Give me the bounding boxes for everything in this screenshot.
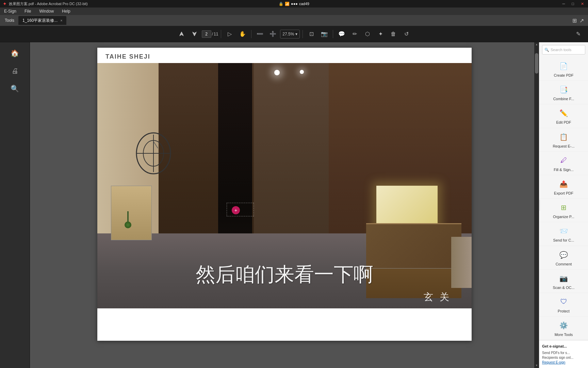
marquee-zoom-button[interactable]: ⊡ — [306, 28, 317, 40]
home-icon: 🏠 — [11, 49, 19, 57]
comment-icon: 💬 — [558, 249, 569, 260]
create-pdf-label: Create PDF — [554, 73, 573, 78]
create-pdf-icon: 📄 — [558, 61, 569, 72]
vertical-scrollbar[interactable]: ▲ ▼ — [534, 42, 539, 368]
cell-signal: ●●● — [291, 2, 298, 6]
combine-files-item[interactable]: 📑 Combine F... — [539, 81, 588, 104]
create-pdf-item[interactable]: 📄 Create PDF — [539, 57, 588, 81]
reset-button[interactable]: ↺ — [401, 28, 412, 40]
prev-page-button[interactable]: ⮝ — [176, 28, 187, 40]
select-tool-button[interactable]: ▷ — [224, 28, 235, 40]
tab-tools[interactable]: Tools — [1, 16, 18, 25]
search-button[interactable]: 🔍 — [5, 80, 24, 97]
esign-promo-body: Send PDFs for s... Recipients sign onl..… — [542, 351, 585, 360]
scroll-down-arrow[interactable]: ▼ — [535, 364, 538, 367]
titlebar-center: 🔒 📶 ●●● cad49 — [279, 2, 309, 6]
protect-icon: 🛡 — [558, 296, 569, 307]
minimize-button[interactable]: ─ — [561, 2, 567, 6]
comment-label: Comment — [556, 262, 572, 266]
separator-2 — [251, 30, 251, 38]
sticky-note-button[interactable]: 💬 — [336, 28, 347, 40]
separator-3 — [303, 30, 303, 38]
organize-pages-item[interactable]: ⊞ Organize P... — [539, 199, 588, 222]
toolbar: ⮝ ⮟ / 11 ▷ ✋ ➖ ➕ 27.5% ▾ ⊡ 📷 💬 ✏ ⬡ ✦ 🗑 ↺… — [0, 26, 588, 42]
pdf-brand: TAIHE SHEJI — [97, 48, 472, 63]
scan-ocr-item[interactable]: 📷 Scan & OC... — [539, 270, 588, 293]
right-sidebar-header: 🔍 Search tools — [539, 42, 588, 57]
send-for-comments-item[interactable]: 📨 Send for C... — [539, 222, 588, 246]
export-pdf-icon: 📤 — [558, 179, 569, 189]
draw-button[interactable]: ✏ — [349, 28, 360, 40]
left-sidebar: 🏠 🖨 🔍 — [0, 42, 30, 368]
esign-promo-panel: Get e-signat... Send PDFs for s... Recip… — [539, 340, 588, 368]
home-button[interactable]: 🏠 — [5, 45, 24, 61]
send-label: Send for C... — [553, 238, 574, 243]
collapse-sidebar-button[interactable]: ‹ — [539, 200, 540, 211]
search-placeholder: Search tools — [551, 48, 571, 52]
close-button[interactable]: ✕ — [579, 2, 585, 6]
combine-icon: 📑 — [558, 84, 569, 95]
stamp-button[interactable]: ✦ — [375, 28, 386, 40]
scroll-thumb[interactable] — [535, 53, 538, 74]
edit-pdf-icon: ✏️ — [558, 108, 569, 119]
request-esign-label: Request E-... — [553, 144, 574, 149]
more-tools-icon: ⚙️ — [558, 320, 569, 331]
hand-tool-button[interactable]: ✋ — [237, 28, 248, 40]
delete-button[interactable]: 🗑 — [388, 28, 399, 40]
edit-pdf-item[interactable]: ✏️ Edit PDF — [539, 104, 588, 128]
right-sidebar: ‹ 🔍 Search tools 📄 Create PDF 📑 Combine … — [539, 42, 588, 368]
menubar: E-Sign File Window Help — [0, 7, 588, 15]
snapshot-button[interactable]: 📷 — [318, 28, 330, 40]
room-label: 玄 关 — [424, 291, 451, 304]
organize-icon: ⊞ — [558, 202, 569, 213]
page-navigation: / 11 — [202, 30, 218, 38]
tab-filename: 1_160平家居装修... — [22, 18, 58, 24]
page-input[interactable] — [202, 30, 211, 38]
export-pdf-item[interactable]: 📤 Export PDF — [539, 175, 588, 199]
esign-promo-title: Get e-signat... — [542, 344, 585, 349]
print-button[interactable]: 🖨 — [5, 63, 24, 79]
scene-light-1 — [274, 70, 280, 75]
fill-sign-item[interactable]: 🖊 Fill & Sign... — [539, 152, 588, 175]
clock-svg — [135, 131, 172, 175]
window-grid-icon[interactable]: ⊞ — [572, 17, 577, 24]
request-esign-item[interactable]: 📋 Request E-... — [539, 128, 588, 152]
tab-close-button[interactable]: × — [60, 19, 62, 22]
draw-mode-button[interactable]: ✎ — [572, 28, 584, 40]
menu-file[interactable]: File — [23, 8, 32, 14]
comment-item[interactable]: 💬 Comment — [539, 246, 588, 270]
window-title: 效果图方案.pdf - Adobe Acrobat Pro DC (32-bit… — [9, 1, 88, 6]
export-pdf-label: Export PDF — [554, 191, 573, 196]
menu-help[interactable]: Help — [61, 8, 72, 14]
toolbar-right: ✎ — [572, 28, 584, 40]
titlebar-left: ✦ 效果图方案.pdf - Adobe Acrobat Pro DC (32-b… — [3, 1, 88, 6]
scan-icon: 📷 — [558, 273, 569, 284]
scene-wall-art — [135, 131, 172, 175]
main-area: 🏠 🖨 🔍 ▲ ▼ TAIHE SHEJI — [0, 42, 588, 368]
polygon-button[interactable]: ⬡ — [362, 28, 373, 40]
request-esign-promo-button[interactable]: Request E-sign — [542, 360, 585, 365]
signal-icon: 📶 — [285, 2, 290, 6]
separator-1 — [221, 30, 221, 38]
more-tools-item[interactable]: ⚙️ More Tools — [539, 317, 588, 340]
separator-4 — [333, 30, 333, 38]
magnify-icon: 🔍 — [11, 85, 19, 93]
scene-light-2 — [300, 70, 304, 74]
maximize-button[interactable]: □ — [570, 2, 575, 6]
active-tab[interactable]: 1_160平家居装修... × — [18, 16, 66, 25]
search-tools-input[interactable]: 🔍 Search tools — [542, 45, 585, 55]
app-icon: ✦ — [3, 1, 7, 6]
zoom-selector[interactable]: 27.5% ▾ — [280, 30, 300, 39]
zoom-dropdown-icon: ▾ — [295, 32, 297, 36]
zoom-out-button[interactable]: ➖ — [254, 28, 266, 40]
pdf-interior-image: + 然后咱们来看一下啊 玄 关 — [97, 63, 472, 308]
next-page-button[interactable]: ⮟ — [189, 28, 200, 40]
protect-item[interactable]: 🛡 Protect — [539, 293, 588, 317]
menu-window[interactable]: Window — [38, 8, 55, 14]
menu-esign[interactable]: E-Sign — [3, 8, 18, 14]
search-icon: 🔍 — [544, 48, 549, 52]
scroll-up-arrow[interactable]: ▲ — [535, 43, 538, 46]
window-id: cad49 — [299, 2, 309, 6]
zoom-in-button[interactable]: ➕ — [267, 28, 279, 40]
share-icon[interactable]: ↗ — [579, 17, 584, 24]
